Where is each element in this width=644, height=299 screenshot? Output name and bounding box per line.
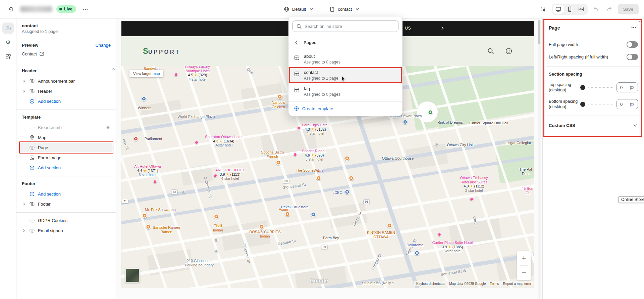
app-embeds-tab[interactable] — [2, 51, 14, 62]
template-icon — [294, 71, 300, 77]
sidebar-item-announcement-bar[interactable]: Announcement bar — [20, 76, 113, 86]
custom-css-expander[interactable]: Custom CSS — [549, 121, 638, 130]
map-label: Lord Elgin Hotel4.3 ★ (3132)4-star hotel — [302, 123, 328, 136]
editor-left-rail: ⚙ — [0, 18, 16, 299]
undo-icon — [593, 6, 599, 12]
slider-knob[interactable] — [580, 102, 585, 107]
slider-knob[interactable] — [580, 85, 585, 90]
template-icon — [294, 87, 300, 93]
sidebar-item-gdpr-cookies[interactable]: GDPR Cookies — [20, 215, 113, 225]
eye-off-icon[interactable] — [105, 125, 111, 130]
create-template-button[interactable]: Create template — [288, 101, 402, 116]
plus-circle-icon — [29, 165, 35, 171]
map-marker-hotel — [195, 141, 198, 144]
sidebar-item-label: Email signup — [38, 228, 63, 233]
sidebar-item-footer[interactable]: Footer — [20, 199, 113, 209]
sidebar-item-map[interactable]: Map — [20, 132, 113, 142]
full-page-width-toggle[interactable] — [627, 41, 638, 48]
map-label: Alt Hotel Ottawa4.4 ★ (1371)3-star hotel — [134, 164, 161, 177]
input-value: 0 — [620, 102, 623, 107]
sidebar-item-breadcrumb[interactable]: Breadcrumb — [20, 122, 113, 132]
zoom-out-button[interactable]: − — [517, 266, 531, 280]
map-label: Cartier Square Drill Hall — [469, 121, 508, 125]
online-store-search-input[interactable] — [305, 24, 395, 29]
map-marker-rest — [349, 176, 354, 181]
keyboard-shortcuts-link[interactable]: Keyboard shortcuts — [416, 282, 445, 286]
chevron-left-icon — [294, 40, 300, 45]
globe-icon — [284, 6, 289, 12]
scrollbar-thumb[interactable] — [538, 20, 540, 44]
desktop-preview-button[interactable] — [553, 5, 564, 14]
report-map-error-link[interactable]: Report a map error — [503, 282, 531, 286]
map-label: Lisgar Collegiat — [505, 141, 531, 145]
sidebar-item-page[interactable]: Page — [20, 142, 113, 153]
bottom-spacing-slider[interactable] — [580, 102, 613, 107]
section-icon — [29, 88, 35, 94]
announcement-next-icon[interactable] — [440, 26, 445, 31]
route-shield: 62 — [171, 189, 177, 194]
template-icon — [294, 55, 300, 61]
map-marker-hotel — [297, 126, 301, 130]
undo-button[interactable] — [591, 4, 601, 14]
preview-page-link[interactable]: Contact — [22, 51, 111, 57]
setting-label: Full page width — [549, 42, 578, 47]
top-spacing-input[interactable]: 0px — [616, 82, 638, 92]
section-options-button[interactable] — [630, 23, 638, 33]
page-selector[interactable]: contact — [327, 4, 363, 14]
template-item-subtitle: Assigned to 1 page — [304, 76, 338, 81]
sections-tab[interactable] — [2, 23, 14, 34]
pages-back-row[interactable]: Pages — [288, 36, 402, 49]
image-icon — [29, 155, 35, 161]
street-label: een St — [122, 138, 130, 150]
sidebar-group-heading: Header — [16, 66, 116, 76]
map-label: ARC THE.HOTEL3.9 ★ (1113)4-star hotel — [215, 168, 245, 181]
storefront-search-icon[interactable] — [487, 47, 494, 55]
chevron-right-icon — [22, 79, 26, 83]
preview-scrollbar[interactable] — [538, 19, 541, 298]
exit-editor-button[interactable] — [5, 4, 16, 14]
slider-label: Bottom spacing (desktop) — [549, 99, 580, 110]
sidebar-item-add-section[interactable]: Add section — [20, 189, 113, 199]
redo-button[interactable] — [604, 4, 614, 14]
map-marker-rest — [387, 223, 392, 228]
mobile-preview-button[interactable] — [565, 5, 575, 14]
custom-css-label: Custom CSS — [549, 123, 575, 128]
google-logo[interactable]: Google — [310, 277, 328, 283]
mobile-icon — [567, 6, 573, 12]
theme-settings-tab[interactable]: ⚙ — [2, 37, 14, 48]
left-right-spacing-toggle[interactable] — [627, 54, 638, 60]
save-button[interactable]: Save — [618, 4, 639, 14]
theme-version-selector[interactable]: Default — [281, 4, 317, 14]
store-logo[interactable]: SUPPORT — [143, 46, 180, 56]
inspector-button[interactable] — [539, 4, 549, 14]
more-actions-button[interactable] — [80, 4, 90, 14]
sidebar-item-header[interactable]: Header — [20, 86, 113, 96]
template-item-contact[interactable]: contactAssigned to 1 page — [288, 67, 402, 83]
input-unit: px — [630, 102, 634, 106]
sidebar-scroll-up-icon[interactable] — [112, 68, 115, 70]
sidebar-item-add-section[interactable]: Add section — [20, 96, 113, 106]
template-item-about[interactable]: aboutAssigned to 0 pages — [288, 51, 402, 67]
top-spacing-slider[interactable] — [580, 85, 613, 90]
account-icon[interactable] — [505, 47, 513, 55]
sidebar-item-add-section[interactable]: Add section — [20, 163, 113, 173]
change-preview-link[interactable]: Change — [95, 43, 111, 48]
bottom-spacing-input[interactable]: 0px — [616, 99, 638, 109]
template-item-faq[interactable]: faqAssigned to 0 pages — [288, 83, 402, 99]
map-layer-thumbnail[interactable] — [125, 268, 140, 283]
section-spacing-heading: Section spacing — [549, 72, 638, 77]
map-label: Sheraton Ottawa Hotel4.3 ★ (1634)3-star … — [205, 135, 242, 147]
panel-scroll-up-icon[interactable] — [639, 20, 642, 23]
map-marker-shop — [415, 251, 420, 256]
route-shield: 31 — [122, 199, 128, 204]
slider-label: Top spacing (desktop) — [549, 82, 580, 93]
fullwidth-preview-button[interactable] — [576, 5, 587, 14]
announcement-text: US — [405, 26, 411, 31]
sidebar-item-email-signup[interactable]: Email signup — [20, 225, 113, 236]
view-larger-map-button[interactable]: View larger map — [129, 70, 163, 77]
terms-link[interactable]: Terms — [490, 282, 499, 286]
chevron-right-icon — [22, 202, 26, 206]
street-label: Cooper St — [370, 253, 382, 270]
sidebar-item-form-image[interactable]: Form Image — [20, 153, 113, 163]
zoom-in-button[interactable]: + — [517, 251, 531, 265]
